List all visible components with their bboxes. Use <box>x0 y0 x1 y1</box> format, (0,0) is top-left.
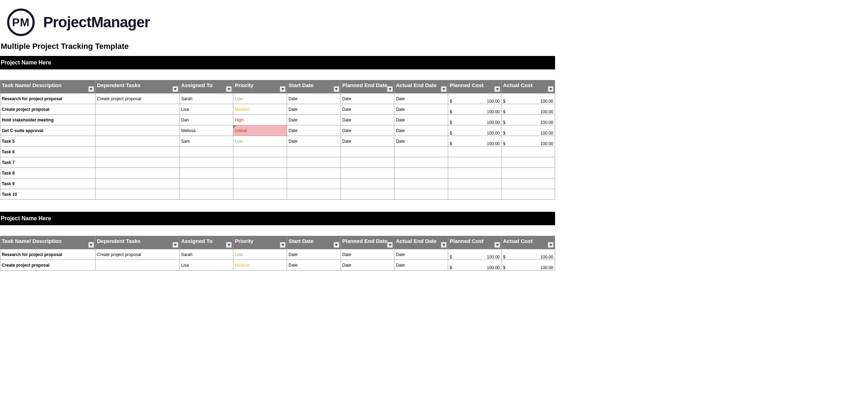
cell-ped[interactable]: Date <box>341 104 394 115</box>
cell-aed[interactable]: Date <box>394 115 448 125</box>
filter-dropdown-icon[interactable] <box>226 86 232 92</box>
cell-aed[interactable] <box>394 168 448 178</box>
cell-sdt[interactable]: Date <box>287 249 341 260</box>
filter-dropdown-icon[interactable] <box>88 242 94 248</box>
col-header-ped[interactable]: Planned End Date <box>341 80 394 93</box>
filter-dropdown-icon[interactable] <box>441 242 447 248</box>
cell-asg[interactable]: Sam <box>179 136 233 147</box>
cell-ped[interactable]: Date <box>341 260 394 271</box>
cell-sdt[interactable] <box>287 178 341 189</box>
filter-dropdown-icon[interactable] <box>441 86 447 92</box>
cell-aed[interactable] <box>394 147 448 157</box>
cell-pri[interactable] <box>233 189 287 200</box>
cell-aed[interactable]: Date <box>394 249 448 260</box>
cell-ac[interactable] <box>502 189 555 200</box>
cell-ac[interactable] <box>502 178 555 189</box>
cell-asg[interactable]: Lisa <box>179 104 233 115</box>
cell-sdt[interactable]: Date <box>287 136 341 147</box>
cell-asg[interactable] <box>179 178 233 189</box>
col-header-sdt[interactable]: Start Date <box>287 80 341 93</box>
cell-ac[interactable]: $100.00 <box>502 104 555 115</box>
cell-asg[interactable]: Melissa <box>179 125 233 136</box>
col-header-ac[interactable]: Actual Cost <box>502 80 555 93</box>
col-header-task[interactable]: Task Name/ Description <box>0 80 96 93</box>
cell-pc[interactable]: $100.00 <box>448 115 502 125</box>
cell-asg[interactable]: Lisa <box>179 260 233 271</box>
filter-dropdown-icon[interactable] <box>88 86 94 92</box>
filter-dropdown-icon[interactable] <box>172 86 178 92</box>
cell-pc[interactable] <box>448 178 502 189</box>
filter-dropdown-icon[interactable] <box>172 242 178 248</box>
col-header-pc[interactable]: Planned Cost <box>448 80 502 93</box>
col-header-sdt[interactable]: Start Date <box>287 236 341 249</box>
cell-ped[interactable] <box>341 178 394 189</box>
cell-task[interactable]: Create project proposal <box>0 260 96 271</box>
col-header-dep[interactable]: Dependent Tasks <box>95 236 179 249</box>
cell-ac[interactable]: $100.00 <box>502 249 555 260</box>
cell-dep[interactable] <box>95 115 179 125</box>
cell-task[interactable]: Hold stakeholder meeting <box>0 115 96 125</box>
cell-pri[interactable]: Medium <box>233 260 287 271</box>
cell-asg[interactable]: Sarah <box>179 93 233 104</box>
cell-pc[interactable]: $100.00 <box>448 125 502 136</box>
cell-aed[interactable]: Date <box>394 125 448 136</box>
cell-pri[interactable]: Medium <box>233 104 287 115</box>
cell-ac[interactable] <box>502 157 555 168</box>
cell-pc[interactable]: $100.00 <box>448 249 502 260</box>
cell-aed[interactable]: Date <box>394 260 448 271</box>
cell-aed[interactable]: Date <box>394 93 448 104</box>
cell-sdt[interactable] <box>287 147 341 157</box>
cell-asg[interactable]: Sarah <box>179 249 233 260</box>
cell-pc[interactable] <box>448 157 502 168</box>
cell-sdt[interactable]: Date <box>287 260 341 271</box>
cell-ac[interactable]: $100.00 <box>502 260 555 271</box>
col-header-asg[interactable]: Assigned To <box>179 80 233 93</box>
cell-dep[interactable] <box>95 178 179 189</box>
cell-task[interactable]: Research for project proposal <box>0 93 96 104</box>
cell-asg[interactable] <box>179 147 233 157</box>
cell-dep[interactable]: Create project proposal <box>95 249 179 260</box>
cell-aed[interactable] <box>394 189 448 200</box>
cell-pri[interactable]: Low <box>233 249 287 260</box>
cell-pri[interactable] <box>233 168 287 178</box>
filter-dropdown-icon[interactable] <box>387 242 393 248</box>
cell-ac[interactable]: $100.00 <box>502 93 555 104</box>
cell-pc[interactable]: $100.00 <box>448 136 502 147</box>
cell-dep[interactable] <box>95 136 179 147</box>
cell-ac[interactable]: $100.00 <box>502 125 555 136</box>
cell-pri[interactable] <box>233 157 287 168</box>
cell-ped[interactable]: Date <box>341 93 394 104</box>
col-header-task[interactable]: Task Name/ Description <box>0 236 96 249</box>
filter-dropdown-icon[interactable] <box>387 86 393 92</box>
cell-ped[interactable]: Date <box>341 136 394 147</box>
cell-dep[interactable] <box>95 157 179 168</box>
cell-pc[interactable] <box>448 189 502 200</box>
filter-dropdown-icon[interactable] <box>280 242 286 248</box>
cell-task[interactable]: Create project proposal <box>0 104 96 115</box>
cell-sdt[interactable] <box>287 168 341 178</box>
cell-dep[interactable] <box>95 125 179 136</box>
cell-ac[interactable] <box>502 147 555 157</box>
cell-task[interactable]: Task 10 <box>0 189 96 200</box>
cell-task[interactable]: Research for project proposal <box>0 249 96 260</box>
cell-pri[interactable]: critical <box>233 125 287 136</box>
cell-sdt[interactable]: Date <box>287 93 341 104</box>
filter-dropdown-icon[interactable] <box>494 242 500 248</box>
filter-dropdown-icon[interactable] <box>494 86 500 92</box>
cell-dep[interactable] <box>95 168 179 178</box>
cell-asg[interactable] <box>179 189 233 200</box>
cell-ac[interactable]: $100.00 <box>502 115 555 125</box>
cell-pri[interactable]: High <box>233 115 287 125</box>
col-header-dep[interactable]: Dependent Tasks <box>95 80 179 93</box>
cell-pri[interactable] <box>233 178 287 189</box>
cell-task[interactable]: Task 8 <box>0 168 96 178</box>
cell-sdt[interactable]: Date <box>287 115 341 125</box>
col-header-ac[interactable]: Actual Cost <box>502 236 555 249</box>
cell-pc[interactable] <box>448 168 502 178</box>
filter-dropdown-icon[interactable] <box>226 242 232 248</box>
cell-task[interactable]: Get C-suite approval <box>0 125 96 136</box>
cell-ped[interactable]: Date <box>341 115 394 125</box>
cell-task[interactable]: Task 7 <box>0 157 96 168</box>
cell-task[interactable]: Task 9 <box>0 178 96 189</box>
cell-sdt[interactable] <box>287 189 341 200</box>
